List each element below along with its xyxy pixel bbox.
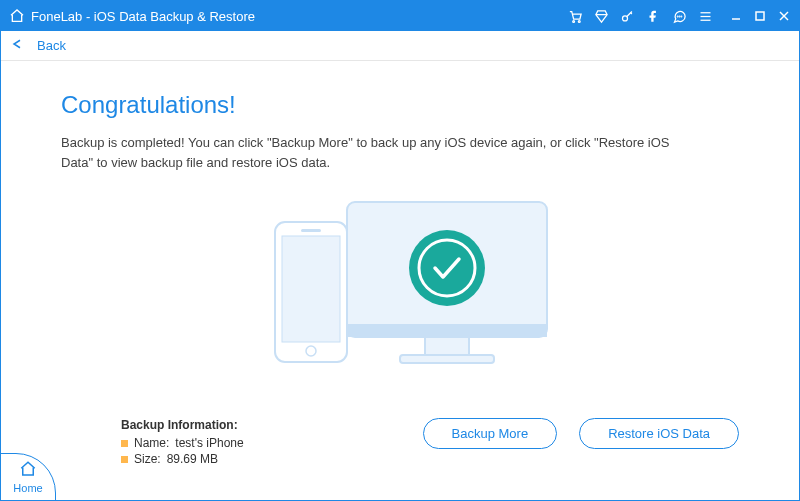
backup-size-label: Size: — [134, 452, 161, 466]
success-illustration — [61, 190, 739, 380]
menu-icon[interactable] — [697, 8, 713, 24]
sub-toolbar: Back — [1, 31, 799, 61]
home-icon — [19, 460, 37, 480]
svg-rect-10 — [756, 12, 764, 20]
bullet-icon — [121, 440, 128, 447]
backup-name-value: test's iPhone — [175, 436, 243, 450]
svg-point-4 — [679, 16, 680, 17]
app-title: FoneLab - iOS Data Backup & Restore — [31, 9, 255, 24]
svg-point-0 — [572, 20, 574, 22]
back-button[interactable]: Back — [11, 37, 66, 54]
maximize-icon[interactable] — [753, 9, 767, 23]
svg-point-2 — [622, 15, 627, 20]
back-arrow-icon — [11, 37, 29, 54]
diamond-icon[interactable] — [593, 8, 609, 24]
cart-icon[interactable] — [567, 8, 583, 24]
main-content: Congratulations! Backup is completed! Yo… — [1, 61, 799, 380]
back-label: Back — [37, 38, 66, 53]
backup-size-row: Size: 89.69 MB — [121, 452, 244, 466]
backup-name-row: Name: test's iPhone — [121, 436, 244, 450]
svg-point-5 — [681, 16, 682, 17]
backup-name-label: Name: — [134, 436, 169, 450]
backup-more-button[interactable]: Backup More — [423, 418, 558, 449]
page-title: Congratulations! — [61, 91, 739, 119]
backup-size-value: 89.69 MB — [167, 452, 218, 466]
svg-point-3 — [677, 16, 678, 17]
minimize-icon[interactable] — [729, 9, 743, 23]
key-icon[interactable] — [619, 8, 635, 24]
backup-info: Backup Information: Name: test's iPhone … — [121, 418, 244, 468]
svg-rect-16 — [400, 355, 494, 363]
svg-rect-20 — [282, 236, 340, 342]
facebook-icon[interactable] — [645, 8, 661, 24]
close-icon[interactable] — [777, 9, 791, 23]
page-description: Backup is completed! You can click "Back… — [61, 133, 701, 172]
svg-rect-15 — [425, 337, 469, 355]
svg-rect-22 — [301, 229, 321, 232]
home-label: Home — [13, 482, 42, 494]
chat-icon[interactable] — [671, 8, 687, 24]
restore-ios-data-button[interactable]: Restore iOS Data — [579, 418, 739, 449]
home-outline-icon — [9, 8, 25, 24]
footer-row: Backup Information: Name: test's iPhone … — [1, 418, 799, 468]
bullet-icon — [121, 456, 128, 463]
svg-point-1 — [578, 20, 580, 22]
svg-rect-14 — [347, 324, 547, 337]
titlebar: FoneLab - iOS Data Backup & Restore — [1, 1, 799, 31]
backup-info-title: Backup Information: — [121, 418, 244, 432]
